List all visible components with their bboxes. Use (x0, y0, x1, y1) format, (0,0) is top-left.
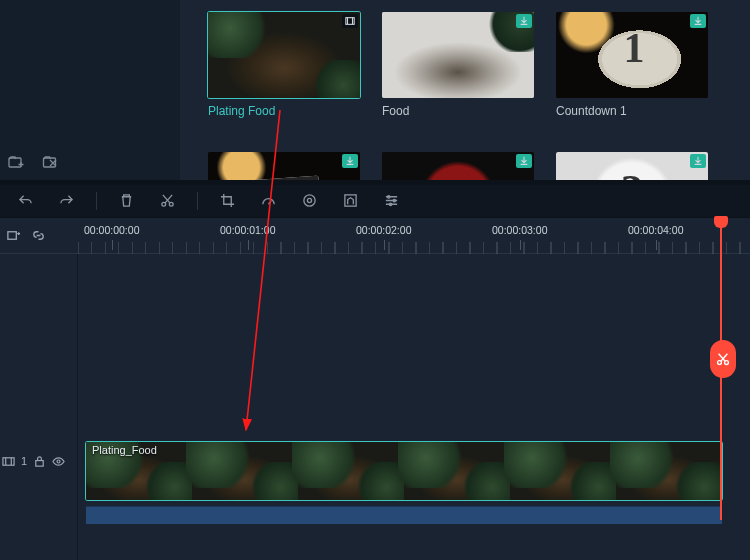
media-thumb-plating-food[interactable]: Plating Food (208, 12, 360, 118)
svg-point-14 (57, 460, 60, 463)
download-badge-icon (516, 14, 532, 28)
lock-icon[interactable] (33, 455, 46, 468)
color-icon[interactable] (302, 193, 317, 210)
ruler-tick: 00:00:04:00 (628, 224, 683, 236)
svg-point-3 (162, 202, 166, 206)
svg-point-6 (307, 198, 311, 202)
redo-icon[interactable] (59, 193, 74, 210)
svg-rect-7 (345, 194, 356, 205)
clip-title: Plating_Food (92, 444, 157, 456)
speed-icon[interactable] (261, 193, 276, 210)
media-thumb[interactable]: 2 (556, 152, 708, 180)
add-marker-icon[interactable] (6, 228, 21, 245)
clip-frame (404, 442, 510, 500)
svg-point-5 (304, 194, 315, 205)
media-browser: Plating Food Food 1 Countdown 1 (180, 0, 750, 180)
media-row: 2 (208, 152, 734, 180)
ruler-tick: 00:00:02:00 (356, 224, 411, 236)
visibility-icon[interactable] (52, 455, 65, 468)
media-thumb-food[interactable]: Food (382, 12, 534, 118)
clip-frame (298, 442, 404, 500)
ruler-tick: 00:00:01:00 (220, 224, 275, 236)
timeline-clip[interactable]: Plating_Food (86, 442, 722, 500)
svg-rect-0 (9, 158, 21, 167)
svg-rect-13 (36, 460, 43, 466)
tracks-area[interactable]: Plating_Food (78, 254, 750, 560)
split-button[interactable] (710, 340, 736, 378)
clip-frame (510, 442, 616, 500)
adjust-icon[interactable] (384, 193, 399, 210)
media-thumb-label: Countdown 1 (556, 104, 708, 118)
ruler-tick: 00:00:03:00 (492, 224, 547, 236)
media-row: Plating Food Food 1 Countdown 1 (208, 12, 734, 118)
svg-rect-12 (3, 457, 14, 464)
clip-frame (192, 442, 298, 500)
delete-icon[interactable] (119, 193, 134, 210)
media-thumb[interactable] (382, 152, 534, 180)
cut-icon[interactable] (160, 193, 175, 210)
clip-frame (616, 442, 722, 500)
download-badge-icon (516, 154, 532, 168)
video-track-header[interactable]: 1 (2, 450, 76, 472)
media-thumb-countdown-1[interactable]: 1 Countdown 1 (556, 12, 708, 118)
new-folder-icon[interactable] (42, 154, 58, 172)
greenscreen-icon[interactable] (343, 193, 358, 210)
timeline-toolbar (0, 184, 750, 218)
media-thumb[interactable] (208, 152, 360, 180)
timeline[interactable]: 1 Plating_Food (0, 254, 750, 560)
link-icon[interactable] (31, 228, 46, 245)
download-badge-icon (690, 154, 706, 168)
tracks-gutter: 1 (0, 254, 78, 560)
svg-point-4 (169, 202, 173, 206)
ruler-tick: 00:00:00:00 (84, 224, 139, 236)
video-badge-icon (342, 14, 358, 28)
timeline-ruler[interactable]: 00:00:00:0000:00:01:0000:00:02:0000:00:0… (0, 218, 750, 254)
download-badge-icon (690, 14, 706, 28)
add-folder-icon[interactable] (8, 154, 24, 172)
media-thumb-label: Plating Food (208, 104, 360, 118)
media-sidebar (0, 0, 180, 180)
svg-rect-11 (8, 231, 16, 239)
undo-icon[interactable] (18, 193, 33, 210)
crop-icon[interactable] (220, 193, 235, 210)
download-badge-icon (342, 154, 358, 168)
media-thumb-label: Food (382, 104, 534, 118)
timeline-audio-strip[interactable] (86, 506, 722, 524)
